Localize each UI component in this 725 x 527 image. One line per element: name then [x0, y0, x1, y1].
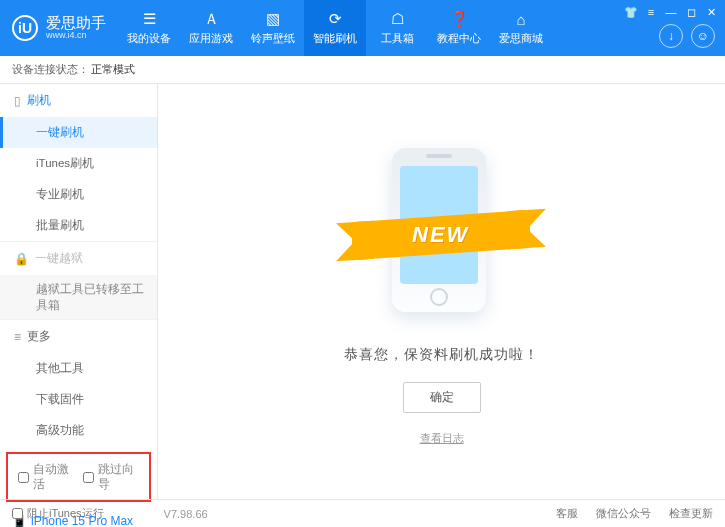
main-nav: ☰我的设备 Ａ应用游戏 ▧铃声壁纸 ⟳智能刷机 ☖工具箱 ❓教程中心 ⌂爱思商城	[118, 0, 552, 56]
menu-icon[interactable]: ≡	[643, 4, 659, 20]
nav-flash[interactable]: ⟳智能刷机	[304, 0, 366, 56]
sidebar-item-itunes[interactable]: iTunes刷机	[0, 148, 157, 179]
nav-label: 应用游戏	[189, 31, 233, 46]
checkbox-label: 自动激活	[33, 462, 75, 492]
sidebar-head-flash[interactable]: ▯刷机	[0, 84, 157, 117]
user-icon[interactable]: ☺	[691, 24, 715, 48]
minimize-icon[interactable]: —	[663, 4, 679, 20]
flash-icon: ⟳	[326, 10, 344, 28]
nav-ringtones[interactable]: ▧铃声壁纸	[242, 0, 304, 56]
nav-store[interactable]: ⌂爱思商城	[490, 0, 552, 56]
nav-label: 爱思商城	[499, 31, 543, 46]
footer-wechat[interactable]: 微信公众号	[596, 506, 651, 521]
status-bar: 设备连接状态： 正常模式	[0, 56, 725, 84]
status-label: 设备连接状态：	[12, 62, 89, 77]
sidebar-head-jailbreak[interactable]: 🔒一键越狱	[0, 242, 157, 275]
apps-icon: Ａ	[202, 10, 220, 28]
success-illustration: NEW	[332, 138, 552, 328]
sidebar-item-tools[interactable]: 其他工具	[0, 353, 157, 384]
status-value: 正常模式	[91, 62, 135, 77]
footer-bar: 阻止iTunes运行 V7.98.66 客服 微信公众号 检查更新	[0, 499, 725, 527]
nav-label: 我的设备	[127, 31, 171, 46]
ribbon-text: NEW	[412, 222, 469, 248]
store-icon: ⌂	[512, 10, 530, 28]
success-message: 恭喜您，保资料刷机成功啦！	[344, 346, 539, 364]
version-label: V7.98.66	[164, 508, 208, 520]
brand-name: 爱思助手	[46, 15, 106, 32]
nav-toolbox[interactable]: ☖工具箱	[366, 0, 428, 56]
window-controls: 👕 ≡ — ◻ ✕	[623, 4, 719, 20]
maximize-icon[interactable]: ◻	[683, 4, 699, 20]
nav-my-device[interactable]: ☰我的设备	[118, 0, 180, 56]
wallpaper-icon: ▧	[264, 10, 282, 28]
tshirt-icon[interactable]: 👕	[623, 4, 639, 20]
view-log-link[interactable]: 查看日志	[420, 431, 464, 446]
nav-label: 教程中心	[437, 31, 481, 46]
auto-activate-checkbox[interactable]: 自动激活	[18, 462, 75, 492]
ok-button[interactable]: 确定	[403, 382, 481, 413]
sidebar-jailbreak-note: 越狱工具已转移至工具箱	[0, 275, 157, 319]
nav-apps[interactable]: Ａ应用游戏	[180, 0, 242, 56]
lock-icon: 🔒	[14, 252, 29, 266]
sidebar-item-pro[interactable]: 专业刷机	[0, 179, 157, 210]
sidebar-head-label: 刷机	[27, 93, 51, 108]
sidebar-item-batch[interactable]: 批量刷机	[0, 210, 157, 241]
checkbox-label: 阻止iTunes运行	[27, 506, 104, 521]
footer-kefu[interactable]: 客服	[556, 506, 578, 521]
help-icon: ❓	[450, 10, 468, 28]
phone-icon: ▯	[14, 94, 21, 108]
sidebar-item-advanced[interactable]: 高级功能	[0, 415, 157, 446]
aux-buttons: ↓ ☺	[659, 24, 715, 48]
footer-update[interactable]: 检查更新	[669, 506, 713, 521]
brand-logo: iU 爱思助手 www.i4.cn	[0, 15, 118, 41]
checkbox-label: 跳过向导	[98, 462, 140, 492]
title-bar: iU 爱思助手 www.i4.cn ☰我的设备 Ａ应用游戏 ▧铃声壁纸 ⟳智能刷…	[0, 0, 725, 56]
device-icon: ☰	[140, 10, 158, 28]
toolbox-icon: ☖	[388, 10, 406, 28]
main-panel: NEW 恭喜您，保资料刷机成功啦！ 确定 查看日志	[158, 84, 725, 499]
sidebar-head-label: 一键越狱	[35, 251, 83, 266]
logo-icon: iU	[12, 15, 38, 41]
options-highlight-box: 自动激活 跳过向导	[6, 452, 151, 502]
nav-tutorials[interactable]: ❓教程中心	[428, 0, 490, 56]
brand-url: www.i4.cn	[46, 31, 106, 41]
sidebar-item-oneclick[interactable]: 一键刷机	[0, 117, 157, 148]
sidebar: ▯刷机 一键刷机 iTunes刷机 专业刷机 批量刷机 🔒一键越狱 越狱工具已转…	[0, 84, 158, 499]
nav-label: 智能刷机	[313, 31, 357, 46]
download-icon[interactable]: ↓	[659, 24, 683, 48]
nav-label: 工具箱	[381, 31, 414, 46]
skip-guide-checkbox[interactable]: 跳过向导	[83, 462, 140, 492]
more-icon: ≡	[14, 330, 21, 344]
sidebar-head-label: 更多	[27, 329, 51, 344]
close-icon[interactable]: ✕	[703, 4, 719, 20]
block-itunes-checkbox[interactable]: 阻止iTunes运行	[12, 506, 104, 521]
nav-label: 铃声壁纸	[251, 31, 295, 46]
sidebar-head-more[interactable]: ≡更多	[0, 320, 157, 353]
sidebar-item-firmware[interactable]: 下载固件	[0, 384, 157, 415]
